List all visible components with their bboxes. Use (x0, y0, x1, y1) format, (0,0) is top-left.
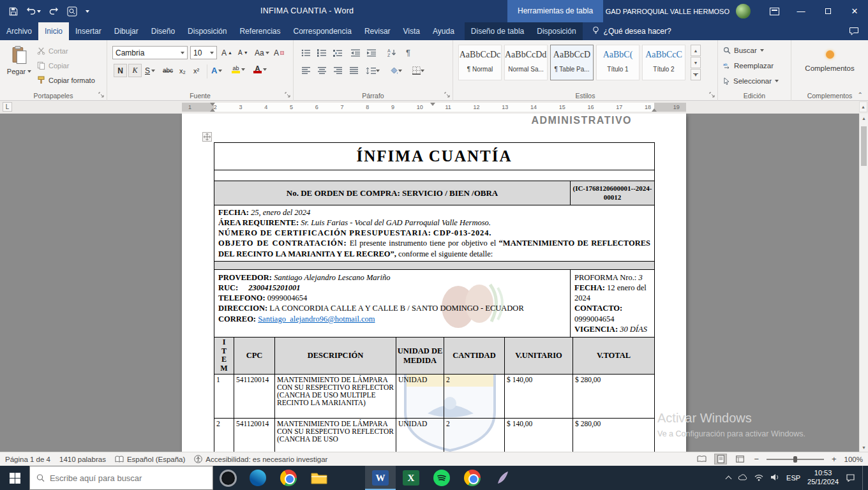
font-size-combo[interactable]: 10 (190, 46, 217, 59)
tab-disposicion-tabla[interactable]: Disposición (530, 22, 582, 40)
tray-clock[interactable]: 10:53 25/1/2024 (807, 469, 839, 487)
addins-button[interactable]: Complementos (791, 50, 868, 72)
bold-button[interactable]: N (114, 64, 127, 77)
dialog-launcher-icon[interactable] (285, 92, 291, 98)
strikethrough-button[interactable]: abc (161, 64, 175, 77)
ring-app-icon[interactable] (213, 466, 243, 490)
tab-disposicion[interactable]: Disposición (181, 22, 233, 40)
table-move-handle-icon[interactable] (202, 132, 212, 142)
borders-icon[interactable] (408, 64, 428, 77)
tell-me-box[interactable]: ¿Qué desea hacer? (592, 22, 671, 40)
align-center-icon[interactable] (315, 64, 329, 77)
show-marks-icon[interactable]: ¶ (401, 46, 415, 59)
dialog-launcher-icon[interactable] (98, 92, 105, 98)
underline-button[interactable]: S (143, 64, 157, 77)
gallery-down-icon[interactable]: ▼ (691, 57, 701, 68)
tab-diseno-de-tabla[interactable]: Diseño de tabla (465, 22, 530, 40)
tab-diseno[interactable]: Diseño (145, 22, 181, 40)
italic-button[interactable]: K (128, 64, 142, 77)
start-button[interactable] (0, 466, 29, 490)
taskbar-app-spotify[interactable] (426, 466, 457, 490)
zoom-slider[interactable] (767, 459, 824, 460)
onedrive-icon[interactable] (738, 474, 747, 482)
copy-button[interactable]: Copiar (37, 61, 69, 70)
subscript-button[interactable]: x₂ (177, 64, 188, 77)
right-indent-marker[interactable] (652, 108, 657, 112)
web-layout-icon[interactable] (733, 454, 746, 464)
gallery-up-icon[interactable]: ▲ (691, 45, 701, 56)
dialog-launcher-icon[interactable] (709, 92, 715, 98)
word-count[interactable]: 1410 palabras (59, 456, 106, 463)
volume-icon[interactable] (770, 473, 779, 482)
highlight-color-button[interactable]: ab (230, 63, 247, 76)
redo-icon[interactable] (49, 7, 59, 15)
scroll-up-icon[interactable]: ▲ (860, 114, 868, 122)
superscript-button[interactable]: x² (191, 64, 201, 77)
tab-correspondencia[interactable]: Correspondencia (287, 22, 357, 40)
style-card-titulo-1[interactable]: AaBbC(Título 1 (596, 45, 640, 80)
find-button[interactable]: Buscar (723, 47, 764, 54)
scroll-top-icon[interactable]: ▲ (859, 101, 867, 112)
tab-insertar[interactable]: Insertar (69, 22, 108, 40)
tab-ayuda[interactable]: Ayuda (426, 22, 461, 40)
taskbar-app-lightshot[interactable] (488, 466, 518, 490)
taskbar-search[interactable] (29, 466, 213, 490)
tab-revisar[interactable]: Revisar (358, 22, 397, 40)
style-card-normal[interactable]: AaBbCcDc¶ Normal (458, 45, 502, 80)
zoom-slider-thumb[interactable] (793, 456, 797, 463)
tab-dibujar[interactable]: Dibujar (108, 22, 145, 40)
text-effects-button[interactable]: A (209, 64, 224, 77)
language-indicator[interactable]: Español (España) (115, 456, 185, 463)
read-mode-icon[interactable] (695, 454, 708, 464)
shading-icon[interactable] (387, 64, 405, 77)
shrink-font-button[interactable]: A▼ (236, 46, 250, 59)
table-column-marker[interactable] (430, 103, 435, 106)
numbering-icon[interactable] (315, 46, 329, 59)
tray-language[interactable]: ESP (786, 474, 800, 482)
dialog-launcher-icon[interactable] (444, 92, 451, 98)
paste-button[interactable]: Pegar (4, 45, 34, 75)
increase-indent-icon[interactable] (364, 46, 379, 59)
scroll-down-icon[interactable]: ▼ (860, 443, 868, 452)
search-input[interactable] (50, 473, 206, 483)
taskbar-app-chrome-2[interactable] (457, 466, 488, 490)
clear-formatting-button[interactable]: A (272, 46, 286, 59)
align-right-icon[interactable] (331, 64, 345, 77)
tab-referencias[interactable]: Referencias (233, 22, 287, 40)
taskbar-app-word[interactable]: W (365, 466, 396, 490)
tray-expand-icon[interactable] (726, 476, 732, 482)
tab-vista[interactable]: Vista (397, 22, 426, 40)
document-page[interactable]: ADMINISTRATIVO ÍNFIMA CUANTÍA No. DE ORD… (182, 114, 686, 452)
ribbon-display-options-icon[interactable] (761, 0, 788, 22)
show-desktop-button[interactable] (862, 466, 865, 490)
line-spacing-icon[interactable] (364, 64, 382, 77)
customize-qat-chevron-icon[interactable] (86, 10, 89, 13)
grow-font-button[interactable]: A▲ (220, 46, 234, 59)
select-button[interactable]: Seleccionar (723, 77, 779, 85)
zoom-level[interactable]: 100% (844, 456, 863, 463)
save-icon[interactable] (9, 7, 18, 16)
first-line-indent-marker[interactable] (210, 103, 215, 106)
zoom-in-button[interactable]: + (830, 454, 838, 464)
zoom-out-button[interactable]: − (752, 454, 760, 464)
taskbar-app-chrome[interactable] (273, 466, 304, 490)
network-icon[interactable] (754, 474, 763, 482)
justify-icon[interactable] (347, 64, 361, 77)
taskbar-app-explorer[interactable] (304, 466, 334, 490)
page-indicator[interactable]: Página 1 de 4 (5, 456, 50, 463)
avatar[interactable] (736, 4, 751, 19)
email-link[interactable]: Santiago_alejandro96@hotmail.com (258, 315, 375, 323)
minimize-button[interactable]: — (788, 0, 814, 22)
tab-inicio[interactable]: Inicio (38, 22, 69, 40)
format-painter-button[interactable]: Copiar formato (37, 76, 95, 84)
style-card-table-paragraph[interactable]: AaBbCcD¶ Table Pa... (550, 45, 594, 80)
align-left-icon[interactable] (299, 64, 313, 77)
maximize-button[interactable] (814, 0, 841, 22)
cut-button[interactable]: Cortar (37, 47, 68, 55)
style-card-normal-sa[interactable]: AaBbCcDdENormal Sa... (504, 45, 548, 80)
taskbar-app-excel[interactable]: X (396, 466, 426, 490)
sort-icon[interactable]: AZ (385, 46, 400, 59)
decrease-indent-icon[interactable] (348, 46, 363, 59)
comments-icon[interactable] (849, 22, 859, 40)
lens-icon[interactable] (67, 6, 77, 17)
